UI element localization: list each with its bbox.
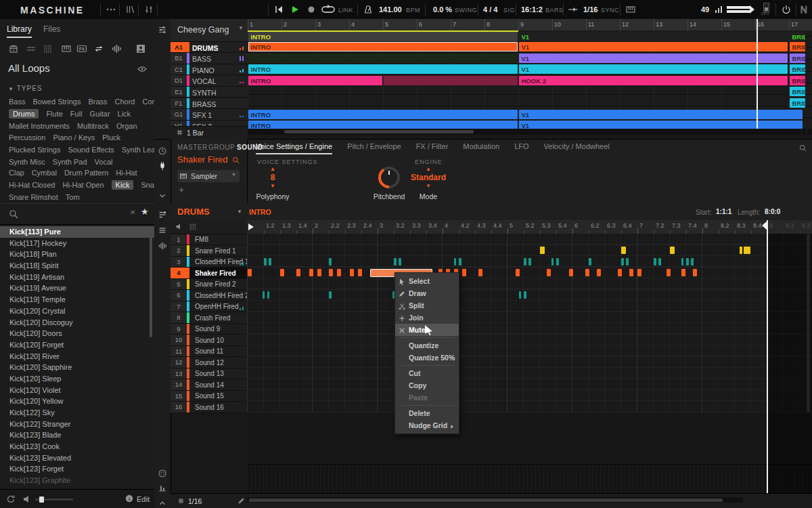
step-grid-icon[interactable] xyxy=(177,497,185,505)
menu-item-quantize[interactable]: Quantize xyxy=(395,339,459,352)
keyboard-mode-icon[interactable] xyxy=(625,4,636,15)
tab-library[interactable]: Library xyxy=(7,24,32,38)
sound-name-5[interactable]: Snare Fired 2 xyxy=(195,280,236,288)
pattern-block-intro[interactable]: INTRO xyxy=(248,64,518,74)
plugin-icon[interactable] xyxy=(158,161,167,171)
note[interactable] xyxy=(681,269,685,276)
group-pad-g1[interactable]: G1 xyxy=(171,109,187,120)
tag-kick[interactable]: Kick xyxy=(112,180,134,190)
note[interactable] xyxy=(618,269,622,276)
mode-up-arrow[interactable]: ▲ xyxy=(408,167,449,171)
group-pad-b1[interactable]: B1 xyxy=(171,53,187,64)
types-header[interactable]: ▼ TYPES xyxy=(8,85,43,92)
sound-name-1[interactable]: FM8 xyxy=(195,236,208,243)
tag-pluck[interactable]: Pluck xyxy=(102,133,120,142)
pattern-hscrollbar[interactable] xyxy=(247,497,743,503)
tag-snare-rimshot[interactable]: Snare Rimshot xyxy=(9,193,58,201)
group-name-c1[interactable]: PIANO xyxy=(192,66,215,75)
draw-mode-icon[interactable] xyxy=(237,496,246,505)
metronome-icon[interactable] xyxy=(363,4,374,15)
preview-eye-icon[interactable] xyxy=(137,64,148,75)
sounds-filter-icon[interactable] xyxy=(42,43,53,54)
tab-master[interactable]: MASTER xyxy=(177,144,208,151)
sound-number-16[interactable]: 16 xyxy=(171,402,187,412)
browser-result-item[interactable]: Kick[120] Crystal xyxy=(0,305,154,317)
browser-result-item[interactable]: Kick[119] Temple xyxy=(0,294,154,305)
note[interactable] xyxy=(524,258,526,266)
follow-playhead-icon[interactable] xyxy=(567,4,578,15)
sound-name-12[interactable]: Sound 12 xyxy=(195,359,224,366)
note[interactable] xyxy=(329,258,332,266)
sound-name-10[interactable]: Sound 10 xyxy=(195,337,224,344)
group-name-f1[interactable]: BRASS xyxy=(192,100,217,108)
sound-name-4[interactable]: Shaker Fired xyxy=(195,270,236,277)
note[interactable] xyxy=(317,269,321,276)
menu-item-draw[interactable]: Draw xyxy=(395,287,459,299)
sound-number-7[interactable]: 7 xyxy=(171,301,187,312)
sound-name-13[interactable]: Sound 13 xyxy=(195,370,224,377)
note[interactable] xyxy=(589,258,591,266)
note[interactable] xyxy=(740,247,742,254)
tag-guitar[interactable]: Guitar xyxy=(90,110,110,118)
mixer-toggle-icon[interactable] xyxy=(143,4,154,15)
plugin-tab-pitch-envelope[interactable]: Pitch / Envelope xyxy=(347,142,401,154)
group-name-b1[interactable]: BASS xyxy=(192,55,211,63)
prehear-volume-slider[interactable] xyxy=(35,499,73,501)
resize-handle-icon[interactable]: ⋮⋮ xyxy=(798,129,809,135)
tag-percussion[interactable]: Percussion xyxy=(9,133,45,142)
sync-value[interactable]: 1/16 xyxy=(583,5,597,14)
note[interactable] xyxy=(597,269,601,276)
pattern-block-bridge[interactable]: BRIDGE xyxy=(790,54,806,63)
pattern-block-bridge[interactable]: BRIDGE xyxy=(790,42,806,51)
note[interactable] xyxy=(569,269,573,276)
browser-result-item[interactable]: Kick[123] Elevated xyxy=(0,452,154,464)
note[interactable] xyxy=(516,269,520,276)
sound-name-8[interactable]: Crash Fired xyxy=(195,314,230,322)
groups-filter-icon[interactable] xyxy=(26,43,37,54)
menu-item-quantize-50-[interactable]: Quantize 50% xyxy=(395,352,459,364)
browser-result-item[interactable]: Kick[123] Forget xyxy=(0,463,154,475)
browser-result-item[interactable]: Kick[123] Graphite xyxy=(0,475,154,486)
mode-control[interactable]: ▲ Standard ▼ xyxy=(408,167,449,188)
polyphony-control[interactable]: ▲ 8 ▼ xyxy=(252,167,293,188)
sound-number-5[interactable]: 5 xyxy=(171,279,187,290)
tag-hi-hat-closed[interactable]: Hi-Hat Closed xyxy=(9,181,55,189)
note[interactable] xyxy=(519,291,522,299)
tag-full[interactable]: Full xyxy=(70,110,83,118)
note[interactable] xyxy=(658,258,661,266)
note[interactable] xyxy=(654,258,656,266)
note[interactable] xyxy=(691,258,694,266)
plugin-tab-fx-filter[interactable]: FX / Filter xyxy=(416,142,449,154)
loop-button[interactable] xyxy=(321,4,336,15)
pattern-block-bridge[interactable]: BRIDGE xyxy=(790,98,806,108)
tag-mallet-instruments[interactable]: Mallet Instruments xyxy=(9,122,70,130)
scene-cell-v1[interactable]: V1 xyxy=(519,32,789,42)
note-grid[interactable] xyxy=(247,234,812,412)
start-value[interactable]: 1:1:1 xyxy=(716,208,731,215)
pattern-block-intro[interactable]: INTRO xyxy=(248,76,383,85)
pattern-block-bridge[interactable]: BRIDGE xyxy=(790,87,806,96)
browser-result-item[interactable]: Kick[120] Violet xyxy=(0,385,154,396)
pattern-block-bridge[interactable]: BRIDGE xyxy=(790,64,806,74)
projects-filter-icon[interactable] xyxy=(8,43,19,54)
browser-result-item[interactable]: Kick[118] Spirit xyxy=(0,260,154,272)
browser-result-item[interactable]: Kick[123] Cook xyxy=(0,441,154,452)
sound-number-9[interactable]: 9 xyxy=(171,324,187,335)
note[interactable] xyxy=(528,258,531,266)
note[interactable] xyxy=(267,291,270,299)
master-volume-slider[interactable] xyxy=(727,5,754,14)
sig-value[interactable]: 4 / 4 xyxy=(483,5,497,14)
browser-result-item[interactable]: Kick[120] River xyxy=(0,351,154,362)
tag-hi-hat-open[interactable]: Hi-Hat Open xyxy=(62,181,104,189)
pattern-block-intro[interactable]: INTRO xyxy=(248,110,518,119)
tag-plucked-strings[interactable]: Plucked Strings xyxy=(9,146,60,154)
info-icon[interactable]: i xyxy=(125,494,134,503)
restart-button[interactable] xyxy=(273,4,284,15)
plugin-search-icon[interactable] xyxy=(798,144,807,152)
note[interactable] xyxy=(667,269,671,276)
pattern-block-bridge[interactable]: BRIDGE xyxy=(790,76,806,85)
scene-cell-intro[interactable]: INTRO xyxy=(248,32,518,42)
note[interactable] xyxy=(551,258,554,266)
browser-result-item[interactable]: Kick[120] Sapphire xyxy=(0,362,154,373)
note[interactable] xyxy=(621,247,626,254)
